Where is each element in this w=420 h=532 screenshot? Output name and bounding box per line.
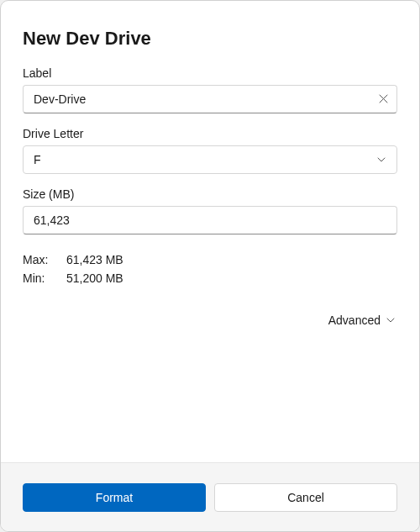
drive-letter-value: F [34, 153, 41, 166]
advanced-label: Advanced [328, 313, 381, 327]
format-button[interactable]: Format [23, 483, 206, 512]
chevron-down-icon [386, 315, 396, 325]
advanced-toggle[interactable]: Advanced [327, 310, 397, 330]
size-input[interactable] [23, 206, 397, 234]
min-label: Min: [23, 271, 66, 285]
min-row: Min: 51,200 MB [23, 271, 397, 285]
size-limits: Max: 61,423 MB Min: 51,200 MB [23, 253, 397, 285]
max-value: 61,423 MB [66, 253, 123, 266]
new-dev-drive-dialog: New Dev Drive Label Drive Letter F Size … [0, 0, 420, 532]
advanced-row: Advanced [23, 310, 397, 330]
max-row: Max: 61,423 MB [23, 253, 397, 266]
drive-letter-caption: Drive Letter [23, 127, 397, 140]
size-caption: Size (MB) [23, 187, 397, 201]
max-label: Max: [23, 253, 66, 266]
min-value: 51,200 MB [66, 271, 123, 285]
drive-letter-select[interactable]: F [23, 145, 397, 174]
label-input-wrap [23, 85, 397, 113]
format-button-label: Format [96, 491, 133, 504]
close-icon [379, 93, 388, 106]
dialog-title: New Dev Drive [23, 28, 397, 50]
size-input-wrap [23, 206, 397, 234]
dialog-body: New Dev Drive Label Drive Letter F Size … [1, 1, 419, 462]
cancel-button[interactable]: Cancel [214, 483, 397, 512]
label-input[interactable] [23, 85, 397, 113]
chevron-down-icon [376, 155, 386, 165]
dialog-footer: Format Cancel [1, 462, 419, 531]
clear-label-button[interactable] [374, 90, 392, 108]
label-caption: Label [23, 66, 397, 80]
cancel-button-label: Cancel [287, 491, 324, 504]
